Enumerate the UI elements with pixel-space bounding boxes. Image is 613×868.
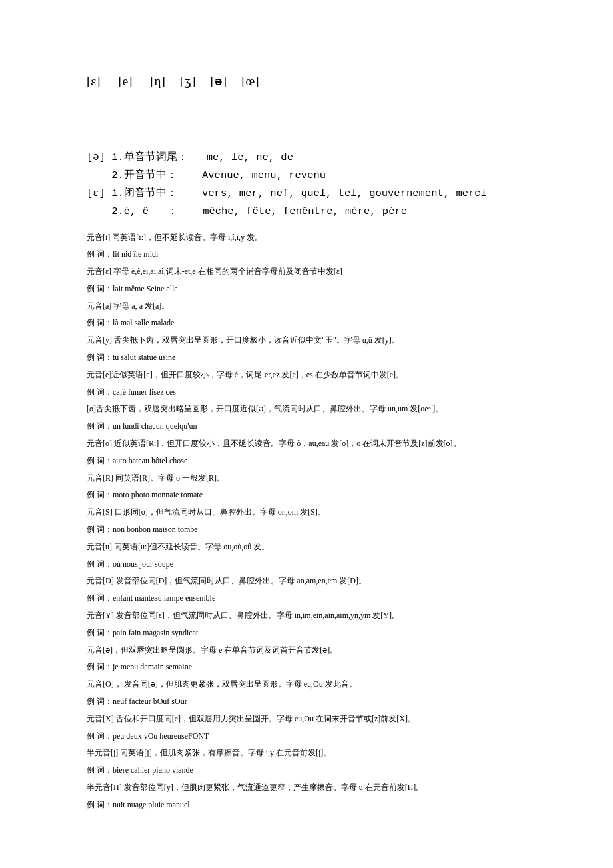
note-line: 例 词：enfant manteau lampe ensemble: [87, 590, 526, 607]
note-line: 元音[u] 同英语[u:]但不延长读音。字母 ou,où,oû 发。: [87, 539, 526, 556]
rule-line: [ε] 1.闭音节中： vers, mer, nef, quel, tel, g…: [87, 185, 526, 203]
note-line: 例 词：pain fain magasin syndicat: [87, 625, 526, 642]
pronunciation-rules: [ə] 1.单音节词尾： me, le, ne, de 2.开音节中： Aven…: [87, 149, 526, 221]
note-line: 例 词：moto photo monnaie tomate: [87, 487, 526, 504]
note-line: 例 词：lait même Seine elle: [87, 281, 526, 298]
note-line: 例 词：auto bateau hôtel chose: [87, 453, 526, 470]
phonetic-2: [e]: [118, 74, 132, 88]
rule-line: 2.开音节中： Avenue, menu, revenu: [87, 167, 526, 185]
note-line: 元音[R] 同英语[R]。字母 o 一般发[R]。: [87, 470, 526, 487]
note-line: 元音[ε] 字母 è,ê,ei,ai,aî,词末-et,e 在相同的两个辅音字母…: [87, 263, 526, 281]
note-line: 元音[ə]，但双唇突出略呈圆形。字母 e 在单音节词及词首开音节发[ə]。: [87, 642, 526, 659]
note-line: 例 词：neuf facteur bOuf sOur: [87, 693, 526, 711]
note-line: 例 词：où nous jour soupe: [87, 556, 526, 573]
phonetic-6: [œ]: [241, 74, 259, 88]
note-line: 元音[S] 口形同[o]，但气流同时从口、鼻腔外出。字母 on,om 发[S]。: [87, 504, 526, 521]
note-line: 例 词：cafè fumer lisez ces: [87, 384, 526, 401]
note-line: [ø]舌尖抵下齿，双唇突出略呈圆形，开口度近似[ə]，气流同时从口、鼻腔外出。字…: [87, 401, 526, 418]
note-line: 元音[D] 发音部位同[D]，但气流同时从口、鼻腔外出。字母 an,am,en,…: [87, 573, 526, 590]
note-line: 例 词：lit nid île midi: [87, 246, 526, 263]
note-line: 半元音[H] 发音部位同[y]，但肌肉更紧张，气流通道更窄，产生摩擦音。字母 u…: [87, 779, 526, 797]
phonetic-5: [ə]: [210, 74, 227, 88]
note-line: 例 词：tu salut statue usine: [87, 349, 526, 367]
note-line: 例 词：bière cahier piano viande: [87, 762, 526, 779]
note-line: 元音[y] 舌尖抵下齿，双唇突出呈圆形，开口度极小，读音近似中文"玉"。字母 u…: [87, 332, 526, 349]
phonetic-3: [η]: [150, 74, 165, 88]
phonetic-notes: 元音[i] 同英语[i:]，但不延长读音。字母 i,î,ï,y 发。 例 词：l…: [87, 229, 526, 814]
note-line: 例 词：peu deux vOu heureuseFONT: [87, 728, 526, 745]
note-line: 元音[i] 同英语[i:]，但不延长读音。字母 i,î,ï,y 发。: [87, 229, 526, 247]
note-line: 例 词：un lundi chacun quelqu'un: [87, 418, 526, 435]
note-line: 元音[O]， 发音同[ə]，但肌肉更紧张，双唇突出呈圆形。字母 eu,Ou 发此…: [87, 676, 526, 693]
phonetic-1: [ε]: [87, 74, 101, 88]
note-line: 例 词：non bonbon maison tombe: [87, 521, 526, 539]
note-line: 元音[e]近似英语[e]，但开口度较小，字母 é，词尾-er,ez 发[e]，e…: [87, 367, 526, 384]
rule-line: [ə] 1.单音节词尾： me, le, ne, de: [87, 149, 526, 167]
document-page: [ε] [e] [η][ʒ][ə][œ] [ə] 1.单音节词尾： me, le…: [0, 0, 613, 867]
phonetic-4: [ʒ]: [180, 74, 196, 88]
note-line: 例 词：je menu demain semaine: [87, 659, 526, 676]
note-line: 元音[X] 舌位和开口度同[e]，但双唇用力突出呈圆开。字母 eu,Ou 在词末…: [87, 711, 526, 728]
rule-line: 2.è, ê ： mêche, fête, fenêntre, mère, pè…: [87, 203, 526, 221]
note-line: 半元音[j] 同英语[j]，但肌肉紧张，有摩擦音。字母 i,y 在元音前发[j]…: [87, 745, 526, 762]
note-line: 例 词：nuit nuage pluie manuel: [87, 797, 526, 814]
note-line: 例 词：là mal salle malade: [87, 315, 526, 332]
note-line: 元音[o] 近似英语[R:]，但开口度较小，且不延长读音。字母 ô，au,eau…: [87, 435, 526, 453]
note-line: 元音[Y] 发音部位同[ε]，但气流同时从口、鼻腔外出。字母 in,im,ein…: [87, 607, 526, 625]
note-line: 元音[a] 字母 a, à 发[a]。: [87, 298, 526, 315]
phonetic-symbols-header: [ε] [e] [η][ʒ][ə][œ]: [87, 73, 526, 89]
